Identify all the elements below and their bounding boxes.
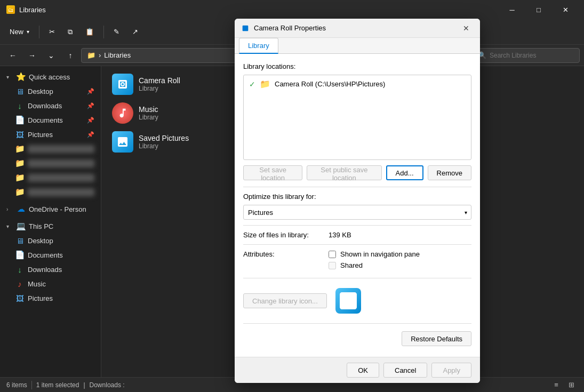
sidebar-item-pictures[interactable]: 🖼 Pictures 📌: [2, 127, 99, 141]
thispc-chevron: ▾: [6, 223, 13, 229]
pc-desktop-icon: 🖥: [15, 236, 25, 245]
saved-pictures-icon: [112, 131, 133, 153]
sidebar-item-quick-access[interactable]: ▾ ⭐ Quick access: [2, 70, 99, 84]
restore-defaults-button[interactable]: Restore Defaults: [402, 331, 471, 346]
sidebar-item-pc-music[interactable]: ♪ Music: [2, 277, 99, 291]
location-buttons-row: Set save location Set public save locati…: [243, 165, 471, 180]
status-separator-2: |: [83, 381, 85, 389]
camera-roll-icon: [112, 74, 133, 95]
library-icon-preview: [335, 288, 361, 314]
properties-dialog: Camera Roll Properties ✕ Library Library…: [235, 19, 480, 383]
shared-checkbox[interactable]: [329, 262, 336, 269]
sidebar-item-folder1[interactable]: 📁 ████████: [2, 142, 99, 156]
recent-button[interactable]: ⌄: [43, 47, 60, 64]
rename-button[interactable]: ✎: [108, 22, 125, 42]
cancel-button[interactable]: Cancel: [383, 363, 427, 378]
add-button[interactable]: Add...: [386, 165, 423, 180]
maximize-button[interactable]: □: [526, 1, 551, 18]
sidebar-item-label-folder4: ████████: [28, 188, 94, 196]
shared-row: Shared: [329, 261, 420, 269]
quick-access-section: ▾ ⭐ Quick access 🖥 Desktop 📌 ↓ Downloads…: [0, 68, 101, 201]
onedrive-chevron: ›: [6, 206, 13, 212]
downloads-icon: ↓: [15, 101, 25, 110]
music-sub: Library: [139, 114, 158, 121]
view-grid-button[interactable]: ⊞: [565, 379, 578, 391]
search-box[interactable]: 🔍: [473, 48, 580, 63]
size-value: 139 KB: [329, 231, 351, 239]
optimize-section: Optimize this library for: General items…: [243, 193, 471, 220]
sidebar-item-label-documents: Documents: [28, 116, 84, 124]
new-button-label: New: [10, 28, 23, 36]
sidebar-item-pc-downloads[interactable]: ↓ Downloads: [2, 262, 99, 276]
sidebar-item-pc-desktop[interactable]: 🖥 Desktop: [2, 234, 99, 247]
sidebar-item-desktop[interactable]: 🖥 Desktop 📌: [2, 84, 99, 98]
address-folder-icon: 📁: [87, 51, 95, 59]
attributes-row: Attributes: Shown in navigation pane Sha…: [243, 250, 471, 273]
pc-downloads-icon: ↓: [15, 265, 25, 274]
new-button[interactable]: New ▾: [4, 22, 35, 42]
forward-button[interactable]: →: [23, 47, 41, 64]
location-check-icon: ✓: [249, 80, 255, 89]
location-folder-icon: 📁: [260, 79, 270, 89]
divider-3: [243, 244, 471, 245]
ok-button[interactable]: OK: [347, 363, 379, 378]
dialog-body: Library locations: ✓ 📁 Camera Roll (C:\U…: [235, 54, 480, 357]
attributes-label: Attributes:: [243, 250, 329, 258]
paste-button[interactable]: 📋: [80, 22, 99, 42]
sidebar-item-documents[interactable]: 📄 Documents 📌: [2, 113, 99, 127]
thispc-section: ▾ 💻 This PC 🖥 Desktop 📄 Documents ↓ Down…: [0, 218, 101, 307]
size-label: Size of files in library:: [243, 231, 329, 239]
sidebar-item-folder3[interactable]: 📁 ████████: [2, 171, 99, 185]
sidebar-item-folder2[interactable]: 📁 ████████: [2, 156, 99, 170]
toolbar-separator-2: [103, 26, 104, 38]
cut-icon: ✂: [49, 28, 55, 36]
remove-button[interactable]: Remove: [428, 165, 471, 180]
pc-documents-icon: 📄: [15, 250, 25, 260]
sidebar-item-downloads[interactable]: ↓ Downloads 📌: [2, 99, 99, 113]
apply-button[interactable]: Apply: [431, 363, 471, 378]
optimize-select[interactable]: General items Documents Music Pictures V…: [243, 205, 471, 220]
sidebar-item-folder4[interactable]: 📁 ████████: [2, 185, 99, 199]
share-button[interactable]: ↗: [127, 22, 143, 42]
sidebar-item-label-quick-access: Quick access: [29, 73, 94, 81]
sidebar-item-label-pc-documents: Documents: [28, 251, 94, 259]
sidebar-item-label-pc-pictures: Pictures: [28, 294, 94, 302]
dialog-title-text: Camera Roll Properties: [254, 24, 459, 32]
up-button[interactable]: ↑: [62, 47, 79, 64]
sidebar-item-thispc[interactable]: ▾ 💻 This PC: [2, 219, 99, 233]
dialog-titlebar: Camera Roll Properties ✕: [235, 19, 480, 38]
folder2-icon: 📁: [15, 158, 25, 168]
items-count: 6 items: [6, 381, 27, 389]
sidebar-item-label-folder1: ████████: [28, 145, 94, 153]
dialog-close-button[interactable]: ✕: [459, 21, 474, 36]
saved-pictures-name: Saved Pictures: [139, 134, 189, 142]
cut-button[interactable]: ✂: [44, 22, 60, 42]
minimize-button[interactable]: ─: [500, 1, 524, 18]
window-title: Libraries: [19, 6, 46, 14]
view-list-button[interactable]: ≡: [550, 379, 563, 391]
library-locations-section: Library locations: ✓ 📁 Camera Roll (C:\U…: [243, 62, 471, 180]
shown-in-nav-row: Shown in navigation pane: [329, 250, 420, 258]
new-button-arrow: ▾: [27, 29, 29, 35]
copy-button[interactable]: ⧉: [62, 22, 78, 42]
title-bar-controls: ─ □ ✕: [500, 1, 578, 18]
shown-in-nav-checkbox[interactable]: [329, 251, 336, 258]
share-icon: ↗: [132, 28, 138, 36]
search-input[interactable]: [490, 52, 575, 59]
title-bar: 🗂 Libraries ─ □ ✕: [0, 0, 584, 19]
set-save-location-button[interactable]: Set save location: [243, 165, 302, 180]
sidebar-item-pc-documents[interactable]: 📄 Documents: [2, 248, 99, 262]
sidebar-item-pc-pictures[interactable]: 🖼 Pictures: [2, 291, 99, 305]
music-icon: [112, 102, 133, 124]
back-button[interactable]: ←: [4, 47, 21, 64]
sidebar-item-label-folder3: ████████: [28, 174, 94, 182]
window-close-button[interactable]: ✕: [553, 1, 578, 18]
icon-section: Change library icon...: [243, 284, 471, 318]
quick-access-icon: ⭐: [16, 72, 26, 82]
sidebar-item-onedrive[interactable]: › ☁ OneDrive - Person: [2, 202, 99, 216]
thispc-icon: 💻: [16, 221, 26, 231]
change-icon-button[interactable]: Change library icon...: [243, 293, 327, 308]
set-public-save-button[interactable]: Set public save location: [307, 165, 381, 180]
location-path: Camera Roll (C:\Users\HP\Pictures): [275, 80, 385, 88]
tab-library[interactable]: Library: [239, 38, 278, 54]
